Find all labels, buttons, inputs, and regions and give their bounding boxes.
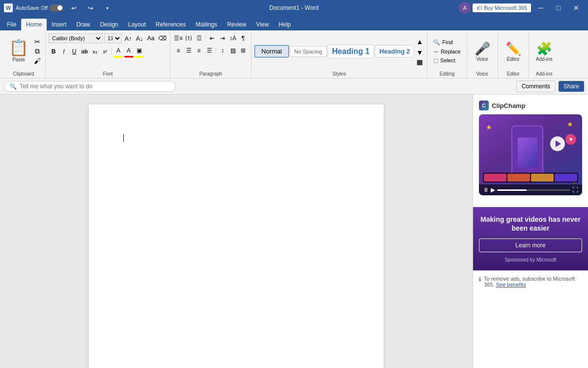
align-right-button[interactable]: ≡: [194, 46, 204, 55]
style-no-spacing[interactable]: No Spacing: [290, 46, 327, 57]
font-shrink-button[interactable]: A↓: [135, 33, 144, 43]
tab-references[interactable]: References: [151, 19, 191, 30]
minimize-button[interactable]: ─: [533, 0, 549, 16]
para-row-2: ≡ ☰ ≡ ☰ ↕ ▨ ⊞: [173, 46, 248, 55]
styles-group: Normal No Spacing Heading 1 Heading 2 ▲ …: [252, 32, 427, 78]
promo-section: Making great videos has never been easie…: [473, 207, 588, 270]
numbering-button[interactable]: ⑴: [184, 33, 194, 43]
buy-button[interactable]: 🏷 Buy Microsoft 365: [473, 3, 531, 12]
find-button[interactable]: 🔍 Find: [430, 38, 463, 47]
video-preview[interactable]: ★ ★ ✦ ♥ ⏸: [479, 114, 582, 195]
borders-button[interactable]: ⊞: [238, 46, 248, 55]
document-page[interactable]: [89, 105, 384, 368]
style-normal[interactable]: Normal: [254, 45, 289, 57]
styles-down-arrow[interactable]: ▼: [415, 48, 424, 57]
show-formatting-button[interactable]: ¶: [238, 33, 248, 43]
style-heading1[interactable]: Heading 1: [328, 45, 374, 58]
ribbon: 📋 Paste ✂ ⧉ 🖌 Clipboard Calibri (Body) 1…: [0, 30, 588, 79]
para-row-1: ☰≡ ⑴ ☲ ⇤ ⇥ ↕A ¶: [173, 33, 248, 43]
tab-layout[interactable]: Layout: [123, 19, 151, 30]
learn-more-button[interactable]: Learn more: [479, 238, 582, 252]
info-icon: ℹ: [479, 276, 481, 283]
align-left-button[interactable]: ≡: [173, 46, 183, 55]
autosave-toggle-switch[interactable]: [50, 4, 63, 11]
clear-format-button[interactable]: ⌫: [157, 33, 167, 43]
shading-wrapper: ▣: [134, 46, 144, 57]
addins-icon: 🧩: [536, 41, 552, 56]
superscript-button[interactable]: x²: [100, 47, 110, 56]
profile-icon[interactable]: A: [459, 2, 471, 14]
video-fullscreen-button[interactable]: ⛶: [572, 186, 578, 193]
font-row-2: B I U ab x₂ x² A A ▣: [49, 46, 144, 57]
see-benefits-link[interactable]: See benefits: [496, 282, 526, 288]
text-highlight-button[interactable]: A: [113, 46, 123, 55]
editor-button[interactable]: ✏️ Editor: [501, 39, 526, 64]
maximize-button[interactable]: □: [551, 0, 566, 16]
styles-content: Normal No Spacing Heading 1 Heading 2 ▲ …: [254, 32, 424, 70]
more-commands-button[interactable]: ▾: [100, 0, 115, 16]
increase-indent-button[interactable]: ⇥: [218, 33, 227, 43]
editor-label: Editor: [501, 70, 526, 78]
strikethrough-button[interactable]: ab: [80, 47, 89, 56]
tab-design[interactable]: Design: [95, 19, 123, 30]
subscript-button[interactable]: x₂: [90, 47, 100, 56]
comments-button[interactable]: Comments: [516, 80, 556, 92]
multilevel-list-button[interactable]: ☲: [194, 33, 204, 43]
video-play-button[interactable]: ▶: [491, 186, 495, 193]
style-heading2[interactable]: Heading 2: [375, 45, 414, 57]
tab-insert[interactable]: Insert: [47, 19, 71, 30]
copy-button[interactable]: ⧉: [32, 47, 42, 56]
play-button-icon[interactable]: [550, 136, 565, 151]
styles-expand-arrow[interactable]: ⬛: [415, 59, 424, 66]
font-size-select[interactable]: 11: [104, 33, 122, 43]
redo-button[interactable]: ↪: [83, 0, 99, 16]
decrease-indent-button[interactable]: ⇤: [207, 33, 217, 43]
select-button[interactable]: ⬚ Select: [430, 56, 463, 65]
editing-col: 🔍 Find ↔ Replace ⬚ Select: [430, 38, 463, 65]
addins-button[interactable]: 🧩 Add-ins: [532, 39, 557, 64]
dictate-button[interactable]: 🎤 Voice: [470, 39, 495, 64]
tab-file[interactable]: File: [2, 19, 21, 30]
document-area[interactable]: [0, 95, 473, 368]
close-button[interactable]: ✕: [568, 0, 584, 16]
editing-group: 🔍 Find ↔ Replace ⬚ Select Editing: [427, 32, 467, 78]
styles-up-arrow[interactable]: ▲: [415, 37, 424, 47]
heart-icon: ♥: [565, 134, 576, 145]
tab-view[interactable]: View: [252, 19, 274, 30]
font-color-button[interactable]: A: [124, 46, 134, 55]
shading-button[interactable]: ▣: [134, 46, 144, 55]
title-bar-left: W AutoSave Off ↩ ↪ ▾: [4, 0, 197, 16]
line-spacing-button[interactable]: ↕: [218, 46, 227, 55]
paste-button[interactable]: 📋 Paste: [5, 37, 32, 65]
sort-button[interactable]: ↕A: [228, 33, 238, 43]
format-painter-button[interactable]: 🖌: [32, 56, 42, 65]
justify-button[interactable]: ☰: [204, 46, 214, 55]
cut-button[interactable]: ✂: [32, 37, 42, 46]
bold-button[interactable]: B: [49, 47, 58, 56]
tab-mailings[interactable]: Mailings: [191, 19, 222, 30]
title-bar: W AutoSave Off ↩ ↪ ▾ Document1 - Word A …: [0, 0, 588, 16]
font-grow-button[interactable]: A↑: [123, 33, 133, 43]
autosave-toggle[interactable]: AutoSave Off: [16, 4, 63, 11]
font-label: Font: [49, 70, 167, 78]
align-center-button[interactable]: ☰: [184, 46, 194, 55]
tab-home[interactable]: Home: [21, 19, 47, 30]
search-input[interactable]: [20, 83, 157, 90]
bullets-button[interactable]: ☰≡: [173, 33, 183, 43]
share-button[interactable]: Share: [559, 81, 584, 92]
tab-help[interactable]: Help: [274, 19, 296, 30]
shading-para-button[interactable]: ▨: [228, 46, 238, 55]
video-pause-button[interactable]: ⏸: [483, 186, 489, 193]
phone-mockup: [511, 125, 543, 179]
underline-button[interactable]: U: [69, 47, 79, 56]
tab-draw[interactable]: Draw: [71, 19, 95, 30]
font-family-select[interactable]: Calibri (Body): [49, 33, 103, 43]
tab-review[interactable]: Review: [222, 19, 251, 30]
font-case-button[interactable]: Aa: [146, 33, 156, 43]
text-cursor: [123, 134, 124, 142]
italic-button[interactable]: I: [59, 47, 69, 56]
replace-button[interactable]: ↔ Replace: [430, 48, 463, 55]
undo-button[interactable]: ↩: [66, 0, 82, 16]
text-highlight-wrapper: A: [113, 46, 123, 57]
video-progress[interactable]: [497, 189, 570, 191]
